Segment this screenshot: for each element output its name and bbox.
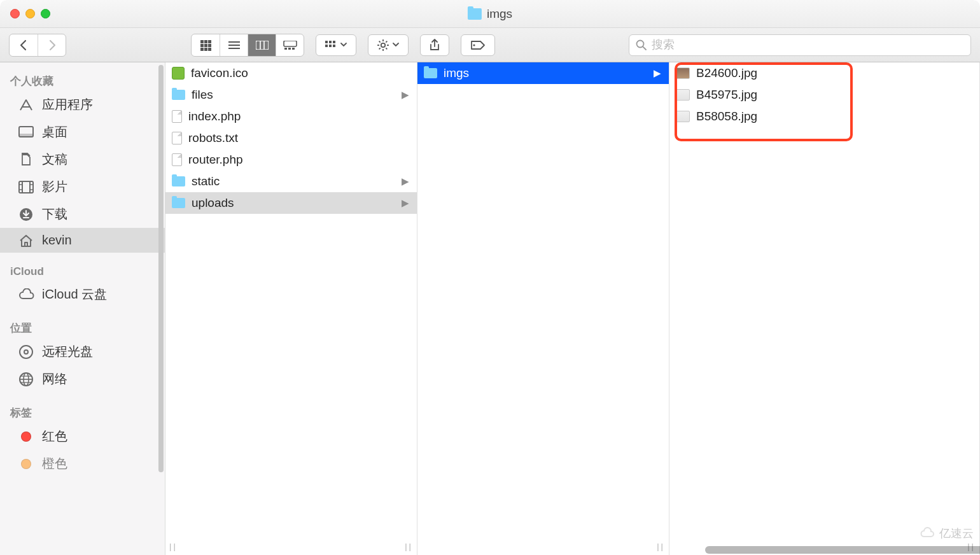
svg-rect-1	[204, 40, 207, 43]
svg-rect-20	[329, 41, 332, 43]
svg-line-36	[643, 46, 646, 50]
svg-rect-9	[228, 41, 240, 43]
svg-rect-22	[325, 45, 328, 47]
sidebar-item-remote-disc[interactable]: 远程光盘	[0, 338, 165, 365]
sidebar-header-favorites: 个人收藏	[0, 70, 165, 91]
sidebar-item-downloads[interactable]: 下载	[0, 200, 165, 228]
file-name: files	[192, 88, 213, 102]
column-2[interactable]: imgs ▶ ||	[417, 62, 669, 555]
column-3[interactable]: B24600.jpg B45975.jpg B58058.jpg ||	[669, 62, 980, 555]
folder-icon	[468, 8, 482, 20]
file-row[interactable]: B45975.jpg	[669, 84, 979, 106]
sidebar-item-tag-orange[interactable]: 橙色	[0, 450, 165, 477]
column-1[interactable]: favicon.ico files ▶ index.php robots.txt…	[165, 62, 417, 555]
minimize-window-button[interactable]	[25, 9, 35, 18]
file-row[interactable]: router.php	[165, 149, 417, 171]
svg-rect-16	[284, 48, 287, 50]
image-thumb-icon	[676, 111, 690, 122]
folder-icon	[424, 68, 437, 78]
sidebar-item-movies[interactable]: 影片	[0, 173, 165, 200]
disc-icon	[18, 345, 34, 359]
chevron-down-icon	[393, 43, 399, 47]
search-input[interactable]	[652, 38, 964, 52]
file-row[interactable]: index.php	[165, 106, 417, 127]
back-button[interactable]	[10, 34, 38, 56]
main-area: 个人收藏 应用程序 桌面 文稿 影片 下载 kevin iCloud iCl	[0, 62, 980, 555]
forward-button[interactable]	[38, 34, 66, 56]
file-row[interactable]: B24600.jpg	[669, 62, 979, 84]
sidebar-item-network[interactable]: 网络	[0, 365, 165, 393]
svg-rect-3	[200, 44, 204, 47]
horizontal-scrollbar[interactable]	[165, 545, 980, 555]
watermark-text: 亿速云	[939, 526, 974, 541]
sidebar-item-label: kevin	[42, 233, 72, 248]
sidebar-header-tags: 标签	[0, 402, 165, 423]
file-icon	[172, 132, 182, 144]
file-name: B58058.jpg	[696, 109, 757, 123]
svg-line-30	[379, 41, 381, 42]
svg-rect-15	[284, 41, 297, 46]
sidebar-scrollbar[interactable]	[157, 62, 165, 555]
close-window-button[interactable]	[10, 9, 20, 18]
file-row[interactable]: robots.txt	[165, 127, 417, 149]
sidebar-item-documents[interactable]: 文稿	[0, 146, 165, 173]
sidebar-item-tag-red[interactable]: 红色	[0, 423, 165, 450]
file-name: index.php	[188, 109, 241, 123]
arrange-button[interactable]	[316, 34, 356, 56]
file-icon	[172, 153, 182, 166]
zoom-window-button[interactable]	[41, 9, 50, 18]
sidebar-item-label: 橙色	[42, 455, 67, 472]
svg-rect-23	[329, 45, 332, 47]
sidebar-item-applications[interactable]: 应用程序	[0, 91, 165, 118]
file-name: router.php	[188, 153, 243, 167]
file-row-selected[interactable]: uploads ▶	[165, 192, 417, 214]
desktop-icon	[18, 125, 34, 139]
column-browser: favicon.ico files ▶ index.php robots.txt…	[165, 62, 980, 555]
folder-icon	[172, 198, 185, 208]
svg-point-48	[20, 346, 32, 358]
chevron-right-icon: ▶	[402, 89, 409, 101]
download-icon	[18, 207, 34, 221]
search-icon	[636, 39, 647, 50]
view-gallery-button[interactable]	[276, 34, 304, 56]
svg-point-49	[24, 350, 28, 354]
sidebar-item-label: 远程光盘	[42, 343, 93, 360]
share-icon	[430, 39, 440, 52]
file-row[interactable]: static ▶	[165, 171, 417, 192]
home-icon	[18, 234, 34, 248]
file-name: robots.txt	[188, 131, 238, 145]
window-controls	[0, 9, 50, 18]
chevron-left-icon	[19, 39, 28, 51]
chevron-right-icon: ▶	[402, 197, 409, 209]
horizontal-scroll-thumb[interactable]	[705, 546, 980, 554]
view-mode-group	[191, 34, 304, 57]
svg-rect-38	[19, 134, 33, 137]
tags-button[interactable]	[461, 34, 495, 56]
file-row[interactable]: favicon.ico	[165, 62, 417, 84]
file-name: uploads	[192, 196, 234, 210]
ico-file-icon	[172, 67, 185, 80]
file-row[interactable]: B58058.jpg	[669, 106, 979, 127]
sidebar: 个人收藏 应用程序 桌面 文稿 影片 下载 kevin iCloud iCl	[0, 62, 165, 555]
sidebar-item-label: 桌面	[42, 123, 67, 141]
share-button[interactable]	[420, 34, 449, 56]
sidebar-item-icloud-drive[interactable]: iCloud 云盘	[0, 281, 165, 308]
view-list-button[interactable]	[220, 34, 248, 56]
sidebar-item-home[interactable]: kevin	[0, 228, 165, 253]
sidebar-scroll-thumb[interactable]	[158, 65, 164, 472]
view-icon-button[interactable]	[192, 34, 220, 56]
sidebar-header-locations: 位置	[0, 317, 165, 338]
sidebar-item-desktop[interactable]: 桌面	[0, 118, 165, 146]
action-button[interactable]	[368, 34, 409, 56]
tag-icon	[470, 40, 486, 50]
search-field[interactable]	[629, 34, 971, 56]
file-row-selected[interactable]: imgs ▶	[417, 62, 669, 84]
file-name: B24600.jpg	[696, 66, 757, 80]
cloud-icon	[919, 527, 937, 540]
chevron-right-icon: ▶	[402, 176, 409, 187]
view-columns-button[interactable]	[248, 34, 276, 56]
file-name: static	[192, 174, 220, 188]
file-row[interactable]: files ▶	[165, 84, 417, 106]
svg-rect-18	[292, 48, 295, 50]
chevron-right-icon: ▶	[654, 67, 661, 79]
